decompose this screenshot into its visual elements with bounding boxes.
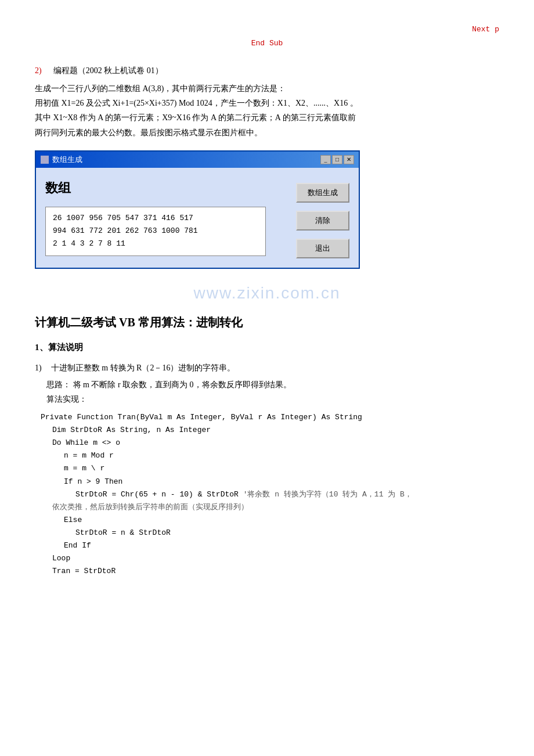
- generate-button[interactable]: 数组生成: [296, 183, 349, 203]
- question-2-body: 生成一个三行八列的二维数组 A(3,8)，其中前两行元素产生的方法是： 用初值 …: [35, 81, 499, 140]
- array-row-3: 2 1 4 3 2 7 8 11: [53, 237, 258, 250]
- win-close-btn[interactable]: ✕: [344, 155, 354, 164]
- array-row-1: 26 1007 956 705 547 371 416 517: [53, 212, 258, 225]
- code-block: Private Function Tran(ByVal m As Integer…: [41, 411, 499, 578]
- win-app-icon: [41, 156, 49, 164]
- win-array-label: 数组: [45, 177, 287, 199]
- win-left-panel: 数组 26 1007 956 705 547 371 416 517 994 6…: [45, 177, 287, 258]
- thought-label: 思路：: [46, 380, 71, 389]
- clear-button[interactable]: 清除: [296, 211, 349, 231]
- section1-title: 1、算法说明: [35, 340, 499, 355]
- big-section-title: 计算机二级考试 VB 常用算法：进制转化: [35, 312, 499, 332]
- item-1-algo-label: 算法实现：: [46, 392, 499, 406]
- array-window: 数组生成 _ □ ✕ 数组 26 1007 956 705 547 371 41…: [35, 150, 360, 269]
- question-2-block: 2) 编程题（2002 秋上机试卷 01） 生成一个三行八列的二维数组 A(3,…: [35, 64, 499, 140]
- thought-text: 将 m 不断除 r 取余数，直到商为 0，将余数反序即得到结果。: [73, 380, 291, 389]
- exit-button[interactable]: 退出: [296, 239, 349, 258]
- code-line-7-comment: '将余数 n 转换为字符（10 转为 A，11 为 B，: [239, 490, 412, 499]
- code-line-10: StrDtoR = n & StrDtoR: [75, 527, 499, 539]
- code-line-8-comment: 依次类推，然后放到转换后字符串的前面（实现反序排列）: [52, 501, 499, 514]
- code-line-2: Dim StrDtoR As String, n As Integer: [52, 424, 499, 437]
- win-controls: _ □ ✕: [320, 155, 354, 164]
- question-2-desc4: 两行同列元素的最大公约数。最后按图示格式显示在图片框中。: [35, 125, 499, 140]
- code-line-7-text: StrDtoR = Chr(65 + n - 10) & StrDtoR: [75, 490, 239, 499]
- code-line-1: Private Function Tran(ByVal m As Integer…: [41, 411, 499, 424]
- code-line-13: Tran = StrDtoR: [52, 565, 499, 578]
- question-2-number: 2): [35, 64, 42, 78]
- watermark: www.zixin.com.cn: [35, 279, 499, 307]
- end-sub-line: End Sub: [35, 37, 499, 50]
- code-line-9: Else: [64, 514, 499, 527]
- win-titlebar: 数组生成 _ □ ✕: [36, 152, 359, 168]
- question-2-title-row: 2) 编程题（2002 秋上机试卷 01）: [35, 64, 499, 78]
- code-comment-text: 依次类推，然后放到转换后字符串的前面（实现反序排列）: [52, 503, 248, 512]
- item-1-number: 1): [35, 361, 42, 375]
- win-titlebar-left: 数组生成: [41, 153, 82, 166]
- win-title: 数组生成: [52, 153, 82, 166]
- question-2-title: 编程题（2002 秋上机试卷 01）: [53, 64, 163, 78]
- next-p-line: Next p: [35, 23, 499, 36]
- item-1-block: 1) 十进制正整数 m 转换为 R（2－16）进制的字符串。 思路： 将 m 不…: [35, 361, 499, 406]
- win-array-display: 26 1007 956 705 547 371 416 517 994 631 …: [45, 207, 266, 255]
- item-1-title-row: 1) 十进制正整数 m 转换为 R（2－16）进制的字符串。: [35, 361, 499, 375]
- code-line-3: Do While m <> o: [52, 437, 499, 449]
- question-2-desc1: 生成一个三行八列的二维数组 A(3,8)，其中前两行元素产生的方法是：: [35, 81, 499, 96]
- code-line-7: StrDtoR = Chr(65 + n - 10) & StrDtoR '将余…: [75, 488, 499, 501]
- win-right-panel: 数组生成 清除 退出: [296, 177, 349, 258]
- win-body: 数组 26 1007 956 705 547 371 416 517 994 6…: [36, 168, 359, 268]
- code-line-4: n = m Mod r: [64, 449, 499, 462]
- win-maximize-btn[interactable]: □: [332, 155, 342, 164]
- code-line-12: Loop: [52, 552, 499, 565]
- item-1-title: 十进制正整数 m 转换为 R（2－16）进制的字符串。: [51, 361, 236, 375]
- item-1-content: 思路： 将 m 不断除 r 取余数，直到商为 0，将余数反序即得到结果。 算法实…: [46, 377, 499, 406]
- win-minimize-btn[interactable]: _: [320, 155, 331, 164]
- code-line-11: End If: [64, 539, 499, 552]
- question-2-desc2: 用初值 X1=26 及公式 Xi+1=(25×Xi+357) Mod 1024，…: [35, 96, 499, 110]
- item-1-thought: 思路： 将 m 不断除 r 取余数，直到商为 0，将余数反序即得到结果。: [46, 377, 499, 392]
- code-line-6: If n > 9 Then: [64, 476, 499, 488]
- question-2-desc3: 其中 X1~X8 作为 A 的第一行元素；X9~X16 作为 A 的第二行元素；…: [35, 110, 499, 125]
- code-line-5: m = m \ r: [64, 462, 499, 475]
- array-row-2: 994 631 772 201 262 763 1000 781: [53, 225, 258, 237]
